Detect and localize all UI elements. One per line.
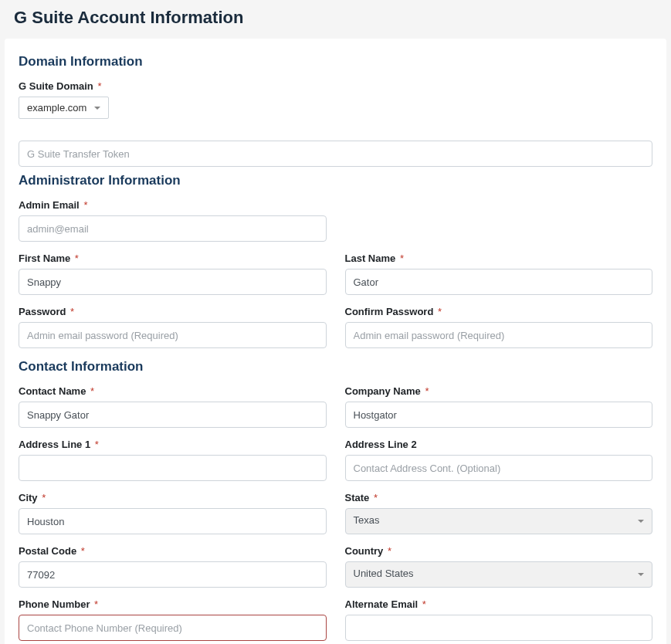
- chevron-down-icon: [94, 107, 100, 110]
- section-title-contact: Contact Information: [19, 359, 652, 375]
- phone-input[interactable]: [19, 615, 327, 641]
- company-name-input[interactable]: [345, 402, 653, 428]
- form-card: Domain Information G Suite Domain * exam…: [5, 39, 666, 644]
- domain-label: G Suite Domain *: [19, 80, 652, 92]
- state-select-value: Texas: [354, 514, 380, 526]
- confirm-password-label-text: Confirm Password: [345, 306, 434, 317]
- state-select[interactable]: Texas: [345, 508, 653, 534]
- field-city: City *: [19, 492, 327, 534]
- required-star: *: [81, 545, 85, 557]
- first-name-label-text: First Name: [19, 253, 70, 264]
- required-star: *: [425, 385, 429, 397]
- domain-select-value: example.com: [27, 102, 86, 114]
- alt-email-input[interactable]: [345, 615, 653, 641]
- required-star: *: [374, 492, 378, 503]
- admin-email-input[interactable]: [19, 215, 327, 242]
- country-label-text: Country: [345, 545, 384, 557]
- contact-name-label-text: Contact Name: [19, 385, 86, 397]
- first-name-input[interactable]: [19, 269, 327, 295]
- field-company-name: Company Name *: [345, 385, 653, 428]
- city-label-text: City: [19, 492, 38, 503]
- field-phone: Phone Number * Required Field: [19, 598, 327, 644]
- alt-email-label: Alternate Email *: [345, 598, 653, 610]
- admin-email-label-text: Admin Email: [19, 199, 80, 211]
- contact-name-label: Contact Name *: [19, 385, 327, 397]
- phone-label: Phone Number *: [19, 598, 327, 610]
- last-name-label: Last Name *: [345, 253, 653, 264]
- field-contact-name: Contact Name *: [19, 385, 327, 428]
- field-alt-email: Alternate Email *: [345, 598, 653, 644]
- required-star: *: [42, 492, 46, 503]
- field-transfer-token: [19, 141, 652, 167]
- domain-select-wrap[interactable]: example.com: [19, 97, 109, 119]
- address2-label: Address Line 2: [345, 439, 653, 450]
- last-name-input[interactable]: [345, 269, 653, 295]
- field-address1: Address Line 1 *: [19, 439, 327, 481]
- country-select[interactable]: United States: [345, 561, 653, 588]
- required-star: *: [388, 545, 391, 557]
- field-domain: G Suite Domain * example.com: [19, 80, 652, 119]
- address2-input[interactable]: [345, 455, 653, 481]
- postal-input[interactable]: [19, 561, 327, 588]
- admin-email-label: Admin Email *: [19, 199, 327, 211]
- country-select-value: United States: [354, 568, 414, 579]
- company-name-label: Company Name *: [345, 385, 653, 397]
- field-confirm-password: Confirm Password *: [345, 306, 653, 348]
- domain-select[interactable]: example.com: [19, 97, 109, 119]
- field-password: Password *: [19, 306, 327, 348]
- required-star: *: [438, 306, 442, 317]
- field-address2: Address Line 2: [345, 439, 653, 481]
- address1-label-text: Address Line 1: [19, 439, 90, 450]
- page-title: G Suite Account Information: [0, 0, 671, 39]
- field-last-name: Last Name *: [345, 253, 653, 295]
- postal-label-text: Postal Code: [19, 545, 76, 557]
- domain-label-text: G Suite Domain: [19, 80, 93, 92]
- required-star: *: [400, 253, 404, 264]
- alt-email-label-text: Alternate Email: [345, 598, 419, 610]
- field-country: Country * United States: [345, 545, 653, 588]
- country-select-wrap[interactable]: United States: [345, 561, 653, 588]
- required-star: *: [70, 306, 74, 317]
- address1-label: Address Line 1 *: [19, 439, 327, 450]
- transfer-token-input[interactable]: [19, 141, 652, 167]
- last-name-label-text: Last Name: [345, 253, 396, 264]
- password-label-text: Password: [19, 306, 66, 317]
- chevron-down-icon: [638, 573, 644, 576]
- state-label-text: State: [345, 492, 370, 503]
- address2-label-text: Address Line 2: [345, 439, 417, 450]
- password-input[interactable]: [19, 322, 327, 348]
- field-state: State * Texas: [345, 492, 653, 534]
- contact-name-input[interactable]: [19, 402, 327, 428]
- password-label: Password *: [19, 306, 327, 317]
- state-select-wrap[interactable]: Texas: [345, 508, 653, 534]
- state-label: State *: [345, 492, 653, 503]
- required-star: *: [94, 598, 98, 610]
- address1-input[interactable]: [19, 455, 327, 481]
- section-title-admin: Administrator Information: [19, 173, 652, 188]
- city-label: City *: [19, 492, 327, 503]
- field-first-name: First Name *: [19, 253, 327, 295]
- field-admin-email: Admin Email *: [19, 199, 327, 242]
- postal-label: Postal Code *: [19, 545, 327, 557]
- required-star: *: [97, 80, 101, 92]
- field-postal: Postal Code *: [19, 545, 327, 588]
- required-star: *: [83, 199, 87, 211]
- confirm-password-label: Confirm Password *: [345, 306, 653, 317]
- required-star: *: [95, 439, 99, 450]
- required-star: *: [90, 385, 94, 397]
- confirm-password-input[interactable]: [345, 322, 653, 348]
- section-title-domain: Domain Information: [19, 54, 652, 69]
- company-name-label-text: Company Name: [345, 385, 421, 397]
- city-input[interactable]: [19, 508, 327, 534]
- required-star: *: [75, 253, 79, 264]
- phone-label-text: Phone Number: [19, 598, 90, 610]
- first-name-label: First Name *: [19, 253, 327, 264]
- country-label: Country *: [345, 545, 653, 557]
- required-star: *: [422, 598, 426, 610]
- chevron-down-icon: [638, 520, 644, 523]
